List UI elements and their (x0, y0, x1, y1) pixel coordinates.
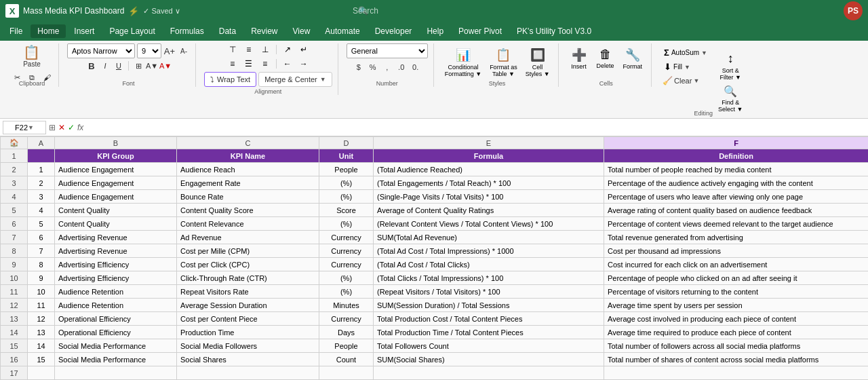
col-header-b[interactable]: B (55, 137, 177, 149)
decrease-indent-button[interactable]: ← (280, 58, 295, 70)
row-header-17[interactable]: 17 (1, 366, 28, 380)
fill-button[interactable]: ⬇ Fill ▼ (660, 60, 711, 73)
align-center-button[interactable]: ☰ (241, 58, 256, 70)
cell-1-c[interactable]: KPI Name (177, 149, 319, 163)
row-header-12[interactable]: 12 (1, 299, 28, 312)
align-top-button[interactable]: ⊤ (225, 43, 240, 56)
cell-12-d[interactable]: Minutes (319, 299, 374, 312)
menu-developer[interactable]: Developer (368, 24, 419, 38)
cell-16-d[interactable]: Count (319, 353, 374, 366)
align-middle-button[interactable]: ≡ (241, 43, 256, 56)
cell-9-a[interactable]: 8 (28, 258, 55, 271)
cell-2-a[interactable]: 1 (28, 163, 55, 176)
cell-15-c[interactable]: Social Media Followers (177, 339, 319, 353)
cell-2-c[interactable]: Audience Reach (177, 163, 319, 176)
cell-13-d[interactable]: Currency (319, 312, 374, 326)
cell-11-d[interactable]: (%) (319, 285, 374, 299)
menu-automate[interactable]: Automate (318, 24, 366, 38)
cell-3-d[interactable]: (%) (319, 176, 374, 190)
insert-button[interactable]: ➕ Insert (567, 46, 591, 71)
cell-7-f[interactable]: Total revenue generated from advertising (604, 231, 869, 244)
cell-10-a[interactable]: 9 (28, 271, 55, 285)
cell-15-d[interactable]: People (319, 339, 374, 353)
cell-4-a[interactable]: 3 (28, 190, 55, 204)
cell-11-c[interactable]: Repeat Visitors Rate (177, 285, 319, 299)
cell-12-a[interactable]: 11 (28, 299, 55, 312)
cell-8-b[interactable]: Advertising Revenue (55, 244, 177, 258)
cell-17-b[interactable] (55, 366, 177, 380)
cell-6-d[interactable]: (%) (319, 217, 374, 231)
cell-1-d[interactable]: Unit (319, 149, 374, 163)
col-header-a[interactable]: A (28, 137, 55, 149)
menu-page-layout[interactable]: Page Layout (102, 24, 161, 38)
search-input[interactable] (353, 6, 515, 16)
cell-17-a[interactable] (28, 366, 55, 380)
menu-insert[interactable]: Insert (67, 24, 101, 38)
row-header-4[interactable]: 4 (1, 190, 28, 204)
font-color-button[interactable]: A▼ (159, 60, 172, 72)
row-header-1[interactable]: 1 (1, 149, 28, 163)
cell-14-a[interactable]: 13 (28, 326, 55, 339)
increase-font-size-button[interactable]: A+ (163, 45, 176, 57)
cell-6-e[interactable]: (Relevant Content Views / Total Content … (374, 217, 604, 231)
col-header-e[interactable]: E (374, 137, 604, 149)
cell-3-b[interactable]: Audience Engagement (55, 176, 177, 190)
cell-11-e[interactable]: (Repeat Visitors / Total Visitors) * 100 (374, 285, 604, 299)
cell-8-a[interactable]: 7 (28, 244, 55, 258)
cell-1-b[interactable]: KPI Group (55, 149, 177, 163)
cell-4-b[interactable]: Audience Engagement (55, 190, 177, 204)
cell-14-f[interactable]: Average time required to produce each pi… (604, 326, 869, 339)
cell-2-f[interactable]: Total number of people reached by media … (604, 163, 869, 176)
merge-center-button[interactable]: Merge & Center ▼ (258, 72, 332, 87)
cell-styles-button[interactable]: 🔲 CellStyles ▼ (523, 46, 553, 79)
underline-button[interactable]: U (113, 60, 125, 72)
expand-formula-icon[interactable]: ⊞ (49, 123, 56, 132)
cell-8-e[interactable]: (Total Ad Cost / Total Impressions) * 10… (374, 244, 604, 258)
cell-17-e[interactable] (374, 366, 604, 380)
cell-10-b[interactable]: Advertising Efficiency (55, 271, 177, 285)
fill-color-button[interactable]: A▼ (146, 60, 158, 72)
cell-16-f[interactable]: Total number of shares of content across… (604, 353, 869, 366)
wrap-text-button[interactable]: ⤵ Wrap Text (204, 72, 256, 87)
cell-7-e[interactable]: SUM(Total Ad Revenue) (374, 231, 604, 244)
increase-indent-button[interactable]: → (296, 58, 311, 70)
cell-9-e[interactable]: (Total Ad Cost / Total Clicks) (374, 258, 604, 271)
cell-15-b[interactable]: Social Media Performance (55, 339, 177, 353)
insert-function-icon[interactable]: fx (77, 123, 83, 132)
cell-16-e[interactable]: SUM(Social Shares) (374, 353, 604, 366)
menu-help[interactable]: Help (420, 24, 450, 38)
cell-5-a[interactable]: 4 (28, 204, 55, 217)
cell-10-f[interactable]: Percentage of people who clicked on an a… (604, 271, 869, 285)
cell-15-f[interactable]: Total number of followers across all soc… (604, 339, 869, 353)
col-header-d[interactable]: D (319, 137, 374, 149)
cell-8-d[interactable]: Currency (319, 244, 374, 258)
cell-17-f[interactable] (604, 366, 869, 380)
cell-5-e[interactable]: Average of Content Quality Ratings (374, 204, 604, 217)
row-header-7[interactable]: 7 (1, 231, 28, 244)
autosum-button[interactable]: Σ AutoSum ▼ (660, 46, 711, 59)
row-header-14[interactable]: 14 (1, 326, 28, 339)
cell-1-f[interactable]: Definition (604, 149, 869, 163)
cell-2-b[interactable]: Audience Engagement (55, 163, 177, 176)
menu-formulas[interactable]: Formulas (163, 24, 211, 38)
cell-4-c[interactable]: Bounce Rate (177, 190, 319, 204)
row-header-11[interactable]: 11 (1, 285, 28, 299)
cell-15-e[interactable]: Total Followers Count (374, 339, 604, 353)
col-header-f[interactable]: F (604, 137, 869, 149)
cell-6-b[interactable]: Content Quality (55, 217, 177, 231)
cell-14-b[interactable]: Operational Efficiency (55, 326, 177, 339)
text-direction-button[interactable]: ↗ (280, 43, 295, 56)
bold-button[interactable]: B (85, 60, 98, 72)
cell-10-c[interactable]: Click-Through Rate (CTR) (177, 271, 319, 285)
conditional-formatting-button[interactable]: 📊 ConditionalFormatting ▼ (442, 46, 484, 79)
cell-8-f[interactable]: Cost per thousand ad impressions (604, 244, 869, 258)
find-select-button[interactable]: 🔍 Find &Select ▼ (714, 83, 747, 114)
menu-data[interactable]: Data (212, 24, 243, 38)
avatar[interactable]: PS (844, 1, 863, 20)
cell-13-f[interactable]: Average cost involved in producing each … (604, 312, 869, 326)
row-header-9[interactable]: 9 (1, 258, 28, 271)
cell-4-d[interactable]: (%) (319, 190, 374, 204)
format-as-table-button[interactable]: 📋 Format asTable ▼ (487, 46, 520, 79)
cell-5-d[interactable]: Score (319, 204, 374, 217)
cell-12-b[interactable]: Audience Retention (55, 299, 177, 312)
